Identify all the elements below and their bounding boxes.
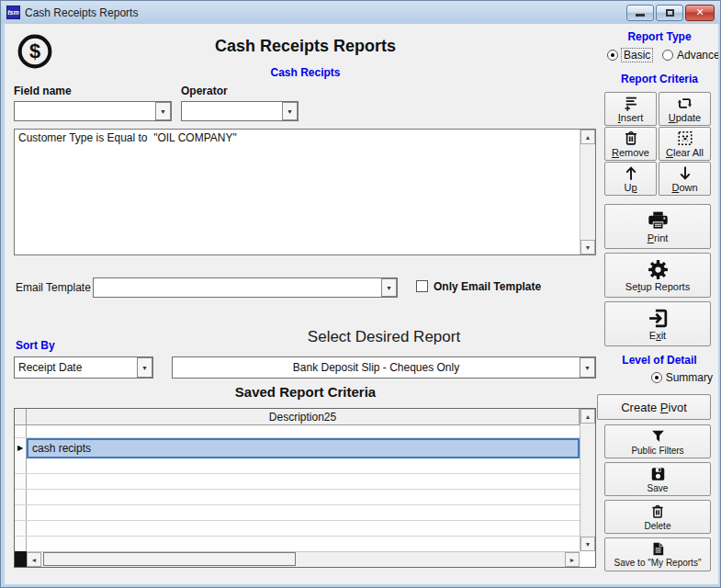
print-button[interactable]: Print: [604, 204, 711, 249]
delete-button[interactable]: Delete: [604, 500, 711, 534]
trash-icon: [649, 503, 666, 520]
repeat-icon: [675, 95, 694, 112]
clear-all-button[interactable]: Clear All: [659, 127, 711, 161]
trash-icon: [622, 130, 640, 147]
up-label: Up: [624, 183, 637, 193]
minimize-button[interactable]: [626, 5, 654, 21]
criteria-scrollbar[interactable]: ▲ ▼: [580, 130, 595, 254]
report-criteria-label: Report Criteria: [604, 73, 715, 85]
triangle-up-icon: ▲: [585, 413, 591, 420]
window-title: Cash Receipts Reports: [25, 6, 626, 19]
gear-icon: [646, 258, 670, 281]
clear-all-label: Clear All: [666, 148, 704, 158]
window-controls: ✕: [626, 5, 715, 21]
setup-reports-button[interactable]: Setup Reports: [604, 253, 711, 298]
title-bar: tsm Cash Receipts Reports ✕: [1, 1, 720, 24]
save-button[interactable]: Save: [604, 462, 711, 496]
field-name-combobox[interactable]: ▼: [14, 101, 172, 121]
radio-unselected-icon: [662, 50, 673, 61]
email-template-combobox[interactable]: ▼: [93, 277, 398, 298]
create-pivot-button[interactable]: Create Pivot: [597, 394, 711, 420]
report-type-basic-radio[interactable]: Basic: [607, 49, 652, 62]
only-email-template-checkbox[interactable]: [416, 280, 428, 292]
update-button[interactable]: Update: [659, 92, 711, 126]
minimize-icon: [636, 14, 645, 17]
summary-label: Summary: [666, 371, 713, 384]
chevron-down-icon: ▼: [287, 108, 293, 115]
table-row[interactable]: [15, 490, 580, 505]
sort-by-value: Receipt Date: [15, 361, 137, 374]
criteria-text: Customer Type is Equal to "OIL COMPANY": [15, 130, 580, 254]
operator-combobox[interactable]: ▼: [181, 101, 299, 121]
report-type-advanced-radio[interactable]: Advanced: [662, 49, 718, 62]
delete-label: Delete: [645, 521, 671, 531]
table-row-selected[interactable]: ▶ cash recipts: [15, 438, 580, 458]
scroll-left-button[interactable]: ◄: [27, 552, 41, 567]
grid-horizontal-scrollbar[interactable]: ◄ ►: [27, 551, 580, 567]
select-desired-report-label: Select Desired Report: [172, 328, 596, 346]
scroll-right-button[interactable]: ►: [565, 552, 580, 567]
maximize-button[interactable]: [656, 5, 683, 21]
exit-icon: [646, 307, 670, 330]
triangle-left-icon: ◄: [31, 557, 38, 563]
sort-by-combobox[interactable]: Receipt Date ▼: [14, 356, 153, 379]
desired-report-dropdown-arrow[interactable]: ▼: [580, 357, 595, 378]
arrow-up-icon: [622, 164, 640, 182]
sort-by-dropdown-arrow[interactable]: ▼: [137, 357, 152, 378]
triangle-right-icon: ►: [569, 557, 576, 563]
app-icon-text: tsm: [7, 9, 18, 16]
remove-button[interactable]: Remove: [604, 127, 657, 161]
table-row[interactable]: [15, 474, 580, 490]
close-icon: ✕: [695, 6, 704, 18]
client-area: $ Cash Receipts Reports Cash Recipts Fie…: [5, 24, 718, 584]
table-row[interactable]: [15, 458, 580, 474]
move-up-button[interactable]: Up: [604, 162, 657, 196]
exit-button[interactable]: Exit: [604, 301, 711, 346]
triangle-up-icon: ▲: [585, 134, 591, 141]
desired-report-combobox[interactable]: Bank Deposit Slip - Cheques Only ▼: [172, 356, 596, 379]
scroll-down-button[interactable]: ▼: [580, 537, 595, 551]
row-description-cell: cash recipts: [27, 438, 580, 458]
scroll-up-button[interactable]: ▲: [580, 130, 595, 144]
grid-vertical-scrollbar[interactable]: ▲ ▼: [580, 409, 595, 551]
operator-dropdown-arrow[interactable]: ▼: [282, 102, 298, 120]
save-to-my-reports-button[interactable]: Save to "My Reports": [604, 537, 711, 571]
email-template-dropdown-arrow[interactable]: ▼: [381, 278, 397, 297]
arrow-down-icon: [676, 164, 694, 182]
grid-column-header[interactable]: Description25: [27, 409, 580, 425]
insert-button[interactable]: Insert: [604, 92, 657, 126]
remove-label: Remove: [612, 148, 649, 158]
only-email-template-label: Only Email Template: [434, 280, 541, 293]
save-floppy-icon: [649, 466, 667, 482]
radio-selected-icon: [651, 372, 662, 383]
public-filters-button[interactable]: Public Filters: [604, 424, 711, 458]
insert-list-icon: [621, 95, 640, 112]
scrollbar-thumb[interactable]: [43, 552, 296, 566]
email-template-label: Email Template: [16, 281, 91, 294]
create-pivot-label: Create Pivot: [621, 402, 687, 413]
page-subtitle: Cash Recipts: [5, 66, 606, 79]
move-down-button[interactable]: Down: [659, 162, 711, 196]
saved-report-criteria-title: Saved Report Criteria: [5, 384, 606, 400]
field-name-dropdown-arrow[interactable]: ▼: [155, 102, 171, 120]
close-button[interactable]: ✕: [685, 5, 715, 21]
table-row[interactable]: [15, 537, 580, 552]
table-row[interactable]: [15, 505, 580, 521]
field-name-label: Field name: [14, 85, 72, 97]
app-window: tsm Cash Receipts Reports ✕ $ Cash Recei…: [0, 0, 721, 588]
scroll-up-button[interactable]: ▲: [580, 409, 595, 424]
table-row[interactable]: [15, 425, 580, 438]
row-selector-cell: ▶: [15, 438, 27, 458]
current-row-arrow-icon: ▶: [17, 445, 23, 452]
scroll-down-button[interactable]: ▼: [580, 240, 595, 254]
summary-radio[interactable]: Summary: [604, 371, 713, 384]
down-label: Down: [671, 183, 697, 193]
exit-label: Exit: [649, 331, 666, 341]
triangle-down-icon: ▼: [585, 244, 591, 251]
print-label: Print: [648, 233, 669, 243]
grid-corner-cell: [15, 409, 27, 425]
maximize-icon: [666, 9, 674, 17]
chevron-down-icon: ▼: [386, 285, 392, 291]
table-row[interactable]: [15, 521, 580, 537]
criteria-textbox[interactable]: Customer Type is Equal to "OIL COMPANY" …: [14, 129, 596, 255]
